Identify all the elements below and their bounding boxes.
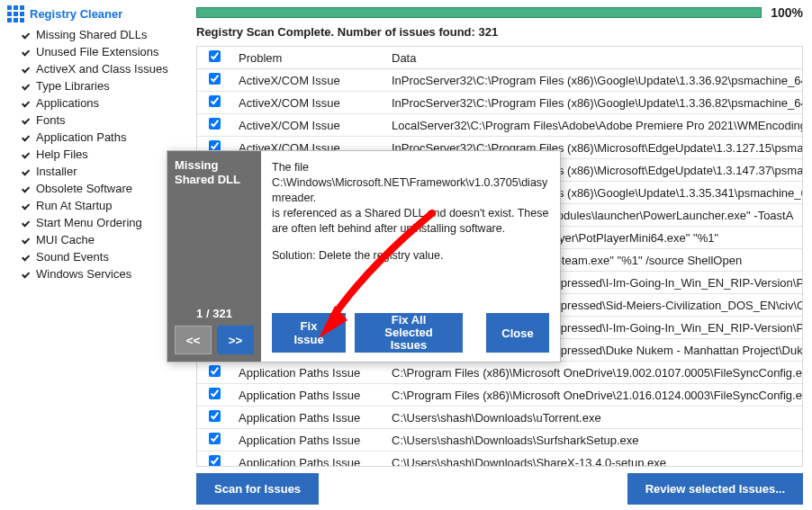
table-row[interactable]: Application Paths IssueC:\Program Files …: [197, 362, 802, 384]
row-problem: Application Paths Issue: [231, 452, 384, 467]
row-problem: ActiveX/COM Issue: [231, 114, 384, 137]
row-data: InProcServer32\C:\Program Files (x86)\Go…: [384, 92, 802, 114]
popup-actions: Fix Issue Fix All Selected Issues Close: [272, 313, 549, 353]
row-problem: ActiveX/COM Issue: [231, 92, 384, 114]
sidebar-item[interactable]: Fonts: [5, 112, 173, 129]
progress-bar: [196, 7, 762, 18]
sidebar-item-label: Application Paths: [36, 130, 126, 144]
header-data[interactable]: Data: [384, 47, 802, 69]
check-icon: [20, 132, 31, 143]
table-header-row: Problem Data: [197, 47, 802, 69]
sidebar-title[interactable]: Registry Cleaner: [5, 4, 173, 26]
row-checkbox-cell: [197, 452, 231, 467]
sidebar-item-label: Missing Shared DLLs: [36, 28, 148, 41]
row-problem: Application Paths Issue: [231, 429, 384, 452]
sidebar-item[interactable]: Missing Shared DLLs: [5, 26, 173, 43]
sidebar-item[interactable]: Applications: [5, 94, 173, 112]
row-checkbox[interactable]: [209, 118, 221, 130]
sidebar-item[interactable]: Obsolete Software: [5, 180, 173, 197]
popup-prev-button[interactable]: <<: [175, 326, 212, 354]
popup-solution: Solution: Delete the registry value.: [272, 248, 549, 264]
grid-icon: [7, 5, 24, 22]
sidebar-item-label: Applications: [36, 96, 99, 110]
row-checkbox-cell: [197, 362, 231, 384]
table-row[interactable]: ActiveX/COM IssueInProcServer32\C:\Progr…: [197, 69, 802, 92]
row-checkbox-cell: [197, 69, 231, 92]
sidebar-item[interactable]: Application Paths: [5, 129, 173, 146]
sidebar-item[interactable]: Unused File Extensions: [5, 43, 173, 60]
row-checkbox[interactable]: [209, 95, 221, 107]
row-checkbox[interactable]: [209, 455, 221, 466]
sidebar-item[interactable]: Windows Services: [5, 265, 173, 282]
sidebar-item-label: Unused File Extensions: [36, 45, 159, 58]
row-checkbox[interactable]: [209, 388, 221, 399]
sidebar: Registry Cleaner Missing Shared DLLsUnus…: [0, 0, 178, 288]
row-data: C:\Users\shash\Downloads\uTorrent.exe: [384, 407, 802, 429]
row-data: LocalServer32\C:\Program Files\Adobe\Ado…: [384, 114, 802, 137]
sidebar-title-label: Registry Cleaner: [30, 7, 122, 21]
popup-body-panel: The file C:\Windows\Microsoft.NET\Framew…: [261, 151, 560, 362]
sidebar-item-label: Windows Services: [36, 267, 131, 281]
popup-file-prefix: The file: [272, 161, 309, 174]
table-row[interactable]: Application Paths IssueC:\Users\shash\Do…: [197, 452, 802, 467]
scan-for-issues-button[interactable]: Scan for Issues: [196, 473, 319, 505]
table-row[interactable]: Application Paths IssueC:\Users\shash\Do…: [197, 429, 802, 452]
sidebar-item[interactable]: Help Files: [5, 146, 173, 163]
row-checkbox-cell: [197, 407, 231, 429]
sidebar-item-label: Obsolete Software: [36, 182, 132, 195]
fix-all-selected-button[interactable]: Fix All Selected Issues: [355, 313, 463, 353]
sidebar-list: Missing Shared DLLsUnused File Extension…: [5, 26, 173, 282]
row-checkbox[interactable]: [209, 365, 221, 377]
popup-next-button[interactable]: >>: [217, 326, 254, 354]
check-icon: [20, 149, 31, 160]
sidebar-item-label: Sound Events: [36, 250, 109, 264]
check-icon: [20, 47, 31, 58]
sidebar-item-label: Fonts: [36, 113, 66, 127]
bottom-button-bar: Scan for Issues Review selected Issues..…: [196, 473, 803, 505]
header-checkbox-cell: [197, 47, 231, 69]
table-row[interactable]: ActiveX/COM IssueLocalServer32\C:\Progra…: [197, 114, 802, 137]
sidebar-item-label: Type Libraries: [36, 79, 110, 93]
check-icon: [20, 183, 31, 194]
sidebar-item-label: Run At Startup: [36, 199, 113, 212]
row-data: InProcServer32\C:\Program Files (x86)\Go…: [384, 69, 802, 92]
sidebar-item-label: Start Menu Ordering: [36, 216, 142, 229]
row-checkbox-cell: [197, 429, 231, 452]
row-data: C:\Users\shash\Downloads\SurfsharkSetup.…: [384, 429, 802, 452]
row-data: C:\Program Files (x86)\Microsoft OneDriv…: [384, 384, 802, 407]
sidebar-item[interactable]: Sound Events: [5, 248, 173, 265]
popup-close-button[interactable]: Close: [486, 313, 549, 353]
row-checkbox-cell: [197, 384, 231, 407]
row-checkbox[interactable]: [209, 73, 221, 85]
row-problem: Application Paths Issue: [231, 362, 384, 384]
check-icon: [20, 252, 31, 263]
popup-file-path: C:\Windows\Microsoft.NET\Framework\v1.0.…: [272, 176, 547, 204]
header-problem[interactable]: Problem: [231, 47, 384, 69]
sidebar-item[interactable]: MUI Cache: [5, 231, 173, 248]
row-checkbox[interactable]: [209, 433, 221, 444]
check-icon: [20, 64, 31, 75]
select-all-checkbox[interactable]: [209, 50, 221, 62]
fix-issue-button[interactable]: Fix Issue: [272, 313, 346, 353]
sidebar-item[interactable]: Run At Startup: [5, 197, 173, 214]
table-row[interactable]: Application Paths IssueC:\Users\shash\Do…: [197, 407, 802, 429]
check-icon: [20, 269, 31, 280]
sidebar-item[interactable]: Type Libraries: [5, 77, 173, 94]
review-selected-issues-button[interactable]: Review selected Issues...: [627, 473, 803, 505]
sidebar-item[interactable]: Start Menu Ordering: [5, 214, 173, 231]
check-icon: [20, 30, 31, 40]
popup-counter: 1 / 321: [175, 307, 254, 320]
row-checkbox[interactable]: [209, 410, 221, 422]
table-row[interactable]: ActiveX/COM IssueInProcServer32\C:\Progr…: [197, 92, 802, 114]
check-icon: [20, 81, 31, 92]
scan-complete-message: Registry Scan Complete. Number of issues…: [196, 25, 803, 39]
sidebar-item[interactable]: ActiveX and Class Issues: [5, 60, 173, 77]
popup-body: The file C:\Windows\Microsoft.NET\Framew…: [272, 160, 549, 313]
row-data: C:\Users\shash\Downloads\ShareX-13.4.0-s…: [384, 452, 802, 467]
sidebar-item[interactable]: Installer: [5, 163, 173, 180]
issue-detail-popup: Missing Shared DLL 1 / 321 << >> The fil…: [167, 150, 561, 362]
table-row[interactable]: Application Paths IssueC:\Program Files …: [197, 384, 802, 407]
sidebar-item-label: ActiveX and Class Issues: [36, 62, 168, 76]
row-checkbox-cell: [197, 114, 231, 137]
row-problem: Application Paths Issue: [231, 384, 384, 407]
